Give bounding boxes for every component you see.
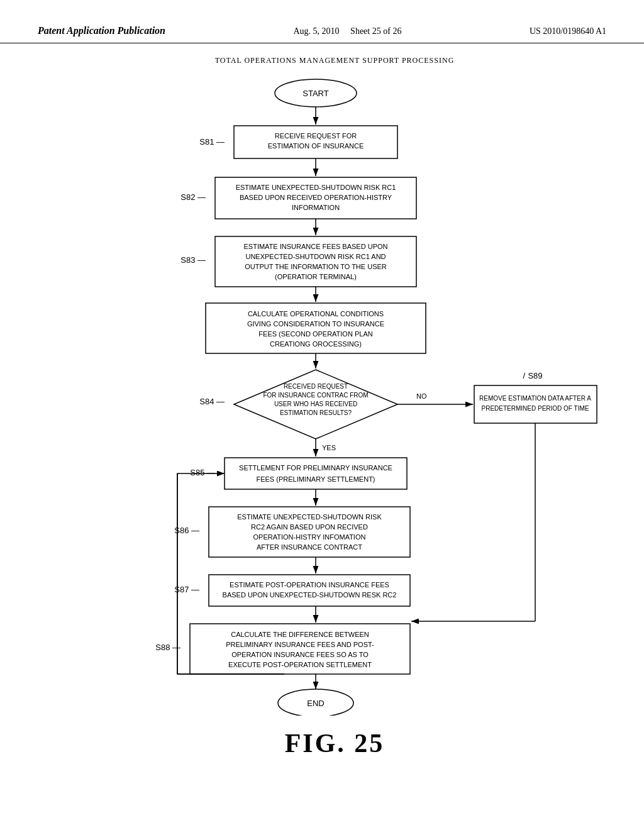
s84-text-line3: USER WHO HAS RECEIVED [274,401,357,407]
s88-text-line1: CALCULATE THE DIFFERENCE BETWEEN [231,631,369,638]
s83-text-line3: OUTPUT THE INFORMATION TO THE USER [245,263,387,270]
s84-text-line4: ESTIMATION RESULTS? [280,409,352,416]
yes-label: YES [322,444,336,451]
s88-text-line4: EXECUTE POST-OPERATION SETTLEMENT [228,661,372,668]
s89-text-line1: REMOVE ESTIMATION DATA AFTER A [479,395,591,402]
s85-text-line1: SETTLEMENT FOR PRELIMINARY INSURANCE [239,464,392,472]
process-text-line4: CREATIONG OROCESSING) [270,340,362,348]
svg-rect-14 [474,385,597,423]
svg-text:/: / [523,371,525,380]
figure-label: FIG. 25 [285,728,385,758]
s81-label: S81 — [199,137,225,147]
s81-text-line1: RECEIVE REQUEST FOR [275,132,357,140]
svg-rect-22 [209,575,410,606]
start-label: START [303,89,328,98]
s89-text-line2: PREDETERMINED PERIOD OF TIME [482,405,589,412]
s87-label: S87 — [174,585,199,594]
publication-number: US 2010/0198640 A1 [530,26,606,36]
publication-title: Patent Application Publication [38,25,165,36]
process-text-line2: GIVING CONSIDERATION TO INSURANCE [247,320,384,328]
s83-label: S83 — [180,255,206,265]
s89-label: S89 [528,371,542,380]
s87-text-line2: BASED UPON UNEXPECTED-SHUTDOWN RESK RC2 [223,591,397,599]
s82-text-line1: ESTIMATE UNEXPECTED-SHUTDOWN RISK RC1 [236,184,396,191]
s88-text-line3: OPERATION INSURANCE FEES SO AS TO [231,651,369,658]
header: Patent Application Publication Aug. 5, 2… [0,0,644,43]
s82-text-line3: INFORMATION [292,204,340,211]
publication-date: Aug. 5, 2010 Sheet 25 of 26 [293,26,401,36]
s85-text-line2: FEES (PRELIMINARY SETTLEMENT) [256,475,375,483]
page: Patent Application Publication Aug. 5, 2… [0,0,644,830]
s86-text-line3: OPERATION-HISTRY INFOMATION [253,533,366,541]
s84-label: S84 — [199,397,225,406]
s86-text-line1: ESTIMATE UNEXPECTED-SHUTDOWN RISK [237,513,382,521]
svg-rect-16 [225,458,407,489]
s84-text-line1: RECEIVED REQUEST [284,383,348,390]
end-label: END [307,699,324,708]
diagram-area: TOTAL OPERATIONS MANAGEMENT SUPPORT PROC… [0,43,644,771]
s83-text-line1: ESTIMATE INSURANCE FEES BASED UPON [243,243,387,250]
s86-text-line4: AFTER INSURANCE CONTRACT [257,543,362,551]
s82-label: S82 — [180,192,206,202]
flowchart: START RECEIVE REQUEST FOR ESTIMATION OF … [64,74,605,716]
s88-text-line2: PRELIMINARY INSURANCE FEES AND POST- [226,641,374,648]
s82-text-line2: BASED UPON RECEIVED OPERATION-HISTRY [240,194,392,201]
s83-text-line4: (OPERATIOR TERMINAL) [275,273,357,280]
process-text-line3: FEES (SECOND OPERATION PLAN [258,330,372,338]
s88-label: S88 — [155,643,180,652]
s86-text-line2: RC2 AGAIN BASED UPON RECIVED [251,523,368,531]
s87-text-line1: ESTIMATE POST-OPERATION INSURANCE FEES [230,581,389,589]
s86-label: S86 — [174,526,199,535]
s85-label: S85 — [190,468,215,477]
s83-text-line2: UNEXPECTED-SHUTDOWN RISK RC1 AND [245,253,386,260]
diagram-title: TOTAL OPERATIONS MANAGEMENT SUPPORT PROC… [215,56,455,65]
s81-text-line2: ESTIMATION OF INSURANCE [268,142,364,150]
process-text-line1: CALCULATE OPERATIONAL CONDITIONS [248,310,384,318]
s84-text-line2: FOR INSURANCE CONTRAC FROM [263,392,368,399]
no-label: NO [416,392,427,400]
